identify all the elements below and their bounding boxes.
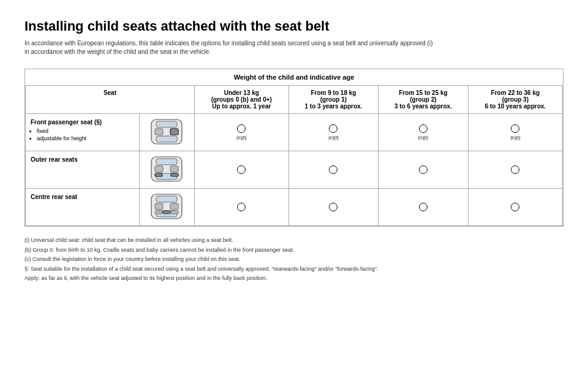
subtitle-line1: In accordance with European regulations,…	[24, 40, 433, 47]
seat-label-cell: Centre rear seat	[26, 189, 140, 226]
symbol-note: (c)(i)	[328, 135, 338, 140]
seat-name: Centre rear seat	[31, 194, 134, 200]
seat-detail-item: fixed	[37, 128, 134, 134]
table-top-header: Weight of the child and indicative age	[26, 69, 563, 86]
car-image-cell	[139, 151, 194, 189]
footnotes-section: (i) Universal child seat: child seat tha…	[24, 236, 564, 283]
svg-rect-14	[171, 173, 178, 176]
svg-rect-13	[155, 173, 162, 176]
svg-rect-3	[155, 129, 163, 135]
symbol-cell-1: (c)(i)	[288, 114, 379, 151]
symbol-cell-1	[288, 189, 379, 226]
col-header-9to18: From 9 to 18 kg (group 1) 1 to 3 years a…	[288, 86, 379, 114]
page-subtitle: In accordance with European regulations,…	[24, 39, 564, 56]
footnote-2: (c) Consult the legislation in force in …	[24, 255, 564, 264]
svg-rect-18	[155, 203, 163, 209]
svg-rect-9	[155, 166, 163, 172]
car-image-cell	[139, 114, 194, 151]
table-row: Front passenger seat (§)fixedadjustable …	[26, 114, 563, 151]
col-header-22to36: From 22 to 36 kg (group 3) 6 to 10 years…	[468, 86, 562, 114]
footnote-0: (i) Universal child seat: child seat tha…	[24, 236, 564, 245]
col-header-under13: Under 13 kg (groups 0 (b) and 0+) Up to …	[194, 86, 288, 114]
svg-rect-1	[156, 121, 177, 127]
svg-rect-2	[156, 136, 177, 142]
circle-symbol	[237, 203, 246, 211]
svg-rect-10	[170, 166, 178, 172]
footnote-4: Apply: as far as it, with the vehicle se…	[24, 274, 564, 283]
symbol-cell-2	[379, 189, 469, 226]
circle-symbol	[237, 165, 246, 174]
footnote-3: §: Seat suitable for the installation of…	[24, 265, 564, 274]
circle-symbol	[329, 124, 337, 133]
circle-symbol	[511, 124, 519, 133]
symbol-cell-3: (c)(i)	[468, 114, 562, 151]
col-header-seat: Seat	[26, 86, 195, 114]
symbol-cell-1	[288, 151, 379, 189]
seat-label-cell: Outer rear seats	[26, 151, 140, 189]
seat-detail-item: adjustable for height	[37, 135, 134, 141]
symbol-cell-3	[468, 189, 562, 226]
svg-rect-20	[155, 211, 162, 214]
symbol-cell-0	[194, 189, 288, 226]
symbol-note: (c)(i)	[510, 135, 520, 140]
page-title: Installing child seats attached with the…	[24, 18, 564, 34]
circle-symbol	[329, 165, 337, 174]
circle-symbol	[511, 165, 519, 174]
symbol-cell-2: (c)(i)	[379, 114, 469, 151]
seat-name: Outer rear seats	[31, 156, 134, 163]
circle-symbol	[329, 203, 337, 211]
svg-rect-21	[171, 211, 178, 214]
seat-details: fixedadjustable for height	[31, 128, 134, 141]
child-seat-table-container: Weight of the child and indicative age S…	[24, 69, 564, 227]
car-image-cell	[139, 189, 194, 226]
seat-label-cell: Front passenger seat (§)fixedadjustable …	[26, 114, 140, 151]
circle-symbol	[237, 124, 246, 133]
svg-rect-19	[170, 203, 178, 209]
symbol-cell-3	[468, 151, 562, 189]
symbol-cell-2	[379, 151, 469, 189]
col-header-15to25: From 15 to 25 kg (group 2) 3 to 6 years …	[379, 86, 469, 114]
table-row: Centre rear seat	[26, 189, 563, 226]
symbol-note: (c)(i)	[418, 135, 428, 140]
circle-symbol	[511, 203, 519, 211]
footnote-1: (b) Group 0: from birth to 10 kg. Cradle…	[24, 246, 564, 255]
svg-rect-22	[163, 211, 170, 214]
circle-symbol	[419, 203, 428, 211]
child-seat-table: Weight of the child and indicative age S…	[25, 69, 563, 226]
circle-symbol	[419, 124, 428, 133]
subtitle-line2: in accordance with the weight of the chi…	[24, 48, 211, 55]
circle-symbol	[419, 165, 428, 174]
svg-rect-5	[170, 129, 178, 135]
svg-rect-7	[156, 159, 177, 165]
symbol-cell-0	[194, 151, 288, 189]
seat-name: Front passenger seat (§)	[31, 119, 134, 126]
symbol-note: (c)(i)	[236, 135, 246, 140]
symbol-cell-0: (c)(i)	[194, 114, 288, 151]
table-row: Outer rear seats	[26, 151, 563, 189]
svg-rect-16	[156, 196, 177, 202]
